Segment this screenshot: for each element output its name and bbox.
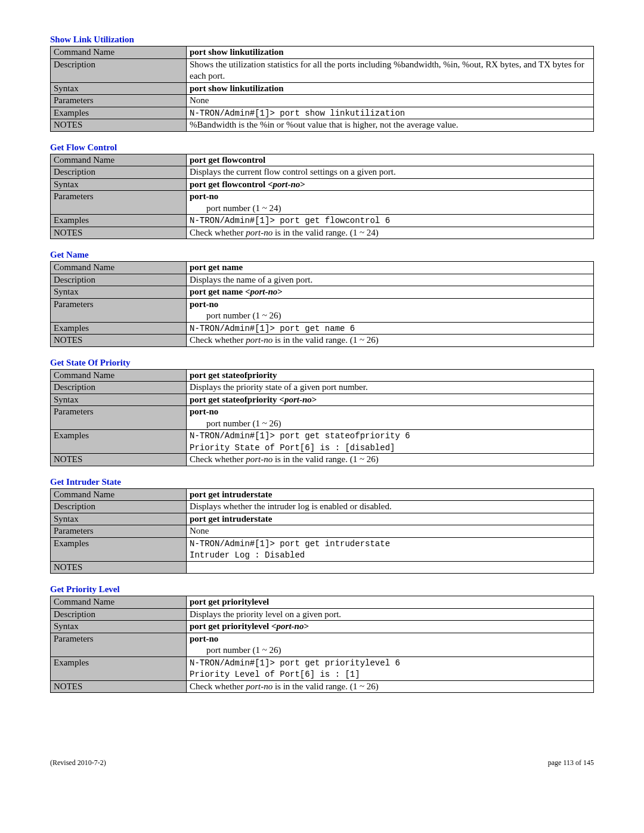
command-table: Command Nameport get intruderstateDescri…	[50, 488, 594, 574]
section-title: Show Link Utilization	[50, 35, 594, 45]
command-table: Command Nameport get nameDescriptionDisp…	[50, 261, 594, 347]
syntax-value: port get stateofpriority <port-no>	[187, 394, 594, 406]
parameters-value: None	[187, 525, 594, 538]
row-label: Description	[51, 382, 187, 394]
row-label: Examples	[51, 657, 187, 680]
section-title: Get State Of Priority	[50, 358, 594, 368]
footer-revised: (Revised 2010-7-2)	[50, 758, 106, 767]
parameters-value: port-noport number (1 ~ 26)	[187, 633, 594, 657]
syntax-value: port get name <port-no>	[187, 286, 594, 299]
row-label: Examples	[51, 537, 187, 561]
command-name-value: port show linkutilization	[187, 47, 594, 59]
row-label: Description	[51, 166, 187, 179]
footer-page: page 113 of 145	[548, 758, 594, 767]
row-label: Examples	[51, 107, 187, 119]
row-label: Command Name	[51, 369, 187, 382]
row-label: Examples	[51, 322, 187, 335]
row-label: Command Name	[51, 262, 187, 274]
command-table: Command Nameport show linkutilizationDes…	[50, 46, 594, 132]
parameters-value: port-noport number (1 ~ 24)	[187, 191, 594, 215]
parameters-value: None	[187, 95, 594, 107]
command-name-value: port get prioritylevel	[187, 596, 594, 609]
command-table: Command Nameport get stateofpriorityDesc…	[50, 369, 594, 466]
description-value: Displays the name of a given port.	[187, 274, 594, 286]
row-label: Syntax	[51, 394, 187, 406]
page-footer: (Revised 2010-7-2) page 113 of 145	[50, 758, 594, 767]
row-label: Parameters	[51, 95, 187, 107]
command-name-value: port get stateofpriority	[187, 369, 594, 382]
section-title: Get Name	[50, 250, 594, 260]
row-label: Parameters	[51, 633, 187, 657]
command-table: Command Nameport get prioritylevelDescri…	[50, 596, 594, 693]
row-label: Description	[51, 274, 187, 286]
examples-value: N-TRON/Admin#[1]> port get stateofpriori…	[187, 430, 594, 454]
row-label: Parameters	[51, 191, 187, 215]
row-label: Description	[51, 501, 187, 513]
notes-value: Check whether port-no is in the valid ra…	[187, 335, 594, 347]
examples-value: N-TRON/Admin#[1]> port get name 6	[187, 322, 594, 335]
notes-value	[187, 561, 594, 574]
examples-value: N-TRON/Admin#[1]> port get prioritylevel…	[187, 657, 594, 680]
notes-value: %Bandwidth is the %in or %out value that…	[187, 119, 594, 132]
description-value: Displays the current flow control settin…	[187, 166, 594, 179]
section-title: Get Intruder State	[50, 477, 594, 487]
examples-value: N-TRON/Admin#[1]> port get flowcontrol 6	[187, 215, 594, 227]
row-label: Syntax	[51, 513, 187, 525]
notes-value: Check whether port-no is in the valid ra…	[187, 227, 594, 239]
row-label: Command Name	[51, 488, 187, 501]
row-label: Syntax	[51, 178, 187, 191]
row-label: Parameters	[51, 406, 187, 430]
examples-value: N-TRON/Admin#[1]> port show linkutilizat…	[187, 107, 594, 119]
row-label: Command Name	[51, 596, 187, 609]
command-name-value: port get intruderstate	[187, 488, 594, 501]
row-label: Command Name	[51, 47, 187, 59]
examples-value: N-TRON/Admin#[1]> port get intruderstate…	[187, 537, 594, 561]
parameters-value: port-noport number (1 ~ 26)	[187, 406, 594, 430]
command-name-value: port get name	[187, 262, 594, 274]
syntax-value: port show linkutilization	[187, 82, 594, 95]
row-label: NOTES	[51, 227, 187, 239]
syntax-value: port get flowcontrol <port-no>	[187, 178, 594, 191]
syntax-value: port get prioritylevel <port-no>	[187, 621, 594, 633]
row-label: Command Name	[51, 154, 187, 166]
row-label: NOTES	[51, 119, 187, 132]
row-label: Description	[51, 58, 187, 82]
row-label: NOTES	[51, 680, 187, 693]
document-body: Show Link UtilizationCommand Nameport sh…	[50, 35, 594, 693]
parameters-value: port-noport number (1 ~ 26)	[187, 298, 594, 322]
row-label: Syntax	[51, 621, 187, 633]
notes-value: Check whether port-no is in the valid ra…	[187, 680, 594, 693]
command-name-value: port get flowcontrol	[187, 154, 594, 166]
notes-value: Check whether port-no is in the valid ra…	[187, 454, 594, 466]
command-table: Command Nameport get flowcontrolDescript…	[50, 154, 594, 240]
syntax-value: port get intruderstate	[187, 513, 594, 525]
description-value: Shows the utilization statistics for all…	[187, 58, 594, 82]
description-value: Displays the priority level on a given p…	[187, 608, 594, 621]
row-label: NOTES	[51, 335, 187, 347]
row-label: NOTES	[51, 454, 187, 466]
row-label: Examples	[51, 215, 187, 227]
row-label: Syntax	[51, 82, 187, 95]
row-label: Parameters	[51, 298, 187, 322]
row-label: Examples	[51, 430, 187, 454]
description-value: Displays whether the intruder log is ena…	[187, 501, 594, 513]
row-label: Description	[51, 608, 187, 621]
section-title: Get Flow Control	[50, 143, 594, 153]
row-label: Syntax	[51, 286, 187, 299]
description-value: Displays the priority state of a given p…	[187, 382, 594, 394]
section-title: Get Priority Level	[50, 584, 594, 594]
row-label: NOTES	[51, 561, 187, 574]
row-label: Parameters	[51, 525, 187, 538]
